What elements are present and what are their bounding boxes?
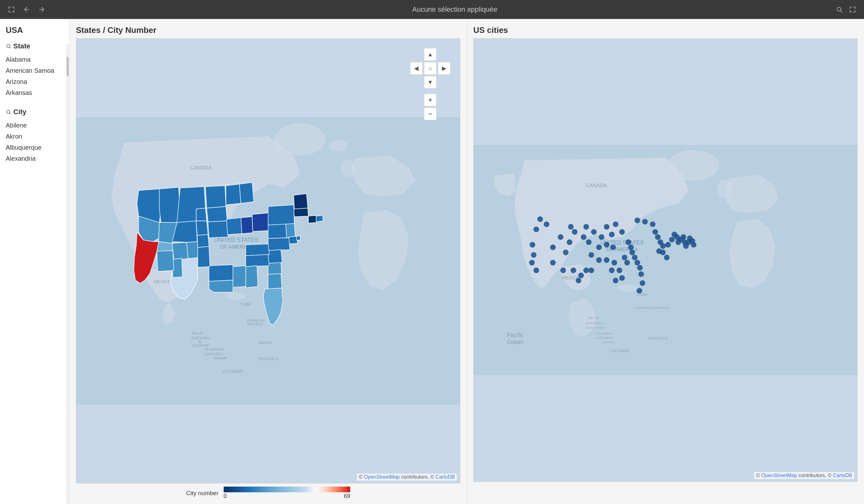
city-dot[interactable] xyxy=(584,224,589,230)
city-dot[interactable] xyxy=(660,250,666,255)
list-item[interactable]: Alexandria xyxy=(3,153,66,164)
forward-icon[interactable] xyxy=(37,4,47,14)
state-nj[interactable] xyxy=(286,223,295,238)
city-dot[interactable] xyxy=(567,239,572,245)
state-ar[interactable] xyxy=(209,265,233,281)
city-dot[interactable] xyxy=(584,267,589,273)
city-dot[interactable] xyxy=(610,244,616,250)
city-dot[interactable] xyxy=(560,267,566,273)
city-dot[interactable] xyxy=(616,267,622,273)
city-dot[interactable] xyxy=(572,229,578,235)
city-dot[interactable] xyxy=(632,255,638,260)
city-dot[interactable] xyxy=(531,252,537,258)
zoom-in-button[interactable]: + xyxy=(424,94,436,106)
city-dot[interactable] xyxy=(640,280,645,286)
zoom-out-button[interactable]: − xyxy=(424,108,436,120)
state-ga[interactable] xyxy=(268,274,282,289)
state-mt[interactable] xyxy=(159,187,180,223)
pan-right-button[interactable]: ▶ xyxy=(438,62,451,75)
city-dot[interactable] xyxy=(655,234,661,240)
state-pa[interactable] xyxy=(268,224,287,238)
city-dot[interactable] xyxy=(568,224,574,230)
choropleth-map[interactable]: UNITED STATES OF AMERICA CANADA MEXICO C… xyxy=(76,38,460,483)
list-item[interactable]: Abilene xyxy=(3,120,66,131)
city-dot[interactable] xyxy=(533,267,539,273)
back-icon[interactable] xyxy=(22,4,32,14)
state-ks[interactable] xyxy=(197,235,209,248)
city-dot[interactable] xyxy=(529,260,535,265)
city-dot[interactable] xyxy=(609,231,615,237)
city-dot[interactable] xyxy=(550,260,556,265)
city-dot[interactable] xyxy=(586,239,592,245)
city-dot[interactable] xyxy=(652,229,658,235)
city-dot[interactable] xyxy=(599,234,604,240)
list-item[interactable]: Albuquerque xyxy=(3,142,66,153)
state-de[interactable] xyxy=(297,236,300,240)
city-dot[interactable] xyxy=(629,250,635,255)
state-sc[interactable] xyxy=(268,263,281,274)
city-dot[interactable] xyxy=(622,255,627,260)
city-dot[interactable] xyxy=(613,221,619,227)
state-ok[interactable] xyxy=(198,247,210,267)
expand-icon[interactable] xyxy=(6,4,16,14)
state-wi[interactable] xyxy=(226,184,241,205)
state-ia[interactable] xyxy=(207,207,227,222)
city-dot[interactable] xyxy=(642,219,648,225)
cartodb-link-right[interactable]: CartoDB xyxy=(833,473,852,478)
state-vt[interactable] xyxy=(293,208,308,217)
state-oh[interactable] xyxy=(252,213,269,231)
city-dot[interactable] xyxy=(537,216,543,222)
city-dot[interactable] xyxy=(604,224,610,230)
city-dot[interactable] xyxy=(588,267,594,273)
city-dot[interactable] xyxy=(650,221,656,227)
city-dot[interactable] xyxy=(596,257,602,263)
city-dot[interactable] xyxy=(544,221,550,227)
state-me[interactable] xyxy=(293,194,308,209)
city-dot[interactable] xyxy=(530,242,535,248)
city-dot[interactable] xyxy=(558,234,563,240)
city-dot[interactable] xyxy=(591,229,597,235)
pan-left-button[interactable]: ◀ xyxy=(410,62,423,75)
city-dot[interactable] xyxy=(635,218,640,223)
fullscreen-icon[interactable] xyxy=(848,4,858,14)
osm-link-right[interactable]: OpenStreetMap xyxy=(761,473,797,478)
city-dot[interactable] xyxy=(635,260,640,265)
list-item[interactable]: American Samoa xyxy=(3,65,66,76)
sidebar-scrollbar-track[interactable] xyxy=(66,44,69,504)
list-item[interactable]: Alabama xyxy=(3,54,66,65)
city-dot[interactable] xyxy=(578,273,584,278)
state-in[interactable] xyxy=(241,217,253,234)
state-la[interactable] xyxy=(209,280,233,292)
city-dot[interactable] xyxy=(613,278,619,284)
city-dot[interactable] xyxy=(628,244,634,250)
city-dot[interactable] xyxy=(638,272,644,277)
city-dot[interactable] xyxy=(596,244,602,250)
city-dot[interactable] xyxy=(609,267,615,273)
state-mn[interactable] xyxy=(205,186,226,208)
city-dot[interactable] xyxy=(637,288,642,293)
city-dot[interactable] xyxy=(691,242,697,248)
city-dot[interactable] xyxy=(681,234,686,240)
sidebar-scrollbar-thumb[interactable] xyxy=(67,57,69,76)
pan-down-button[interactable]: ▼ xyxy=(424,76,436,88)
osm-link[interactable]: OpenStreetMap xyxy=(364,474,400,480)
city-dot[interactable] xyxy=(625,239,631,245)
state-ny[interactable] xyxy=(268,205,295,225)
state-ma[interactable] xyxy=(309,215,317,223)
city-dot[interactable] xyxy=(604,257,610,263)
city-dot[interactable] xyxy=(660,243,666,249)
home-button[interactable]: ⌂ xyxy=(424,62,436,75)
city-dot[interactable] xyxy=(637,265,643,271)
city-dot[interactable] xyxy=(588,252,594,258)
list-item[interactable]: Arizona xyxy=(3,76,66,87)
state-md[interactable] xyxy=(289,236,297,244)
city-dot[interactable] xyxy=(665,242,671,248)
state-ms[interactable] xyxy=(233,266,245,288)
city-dot[interactable] xyxy=(604,242,610,248)
city-dot[interactable] xyxy=(576,278,581,284)
state-nc[interactable] xyxy=(268,250,282,263)
search-icon[interactable] xyxy=(834,4,844,14)
city-dot[interactable] xyxy=(550,244,556,250)
city-dot[interactable] xyxy=(533,227,539,232)
city-dot[interactable] xyxy=(619,275,625,281)
